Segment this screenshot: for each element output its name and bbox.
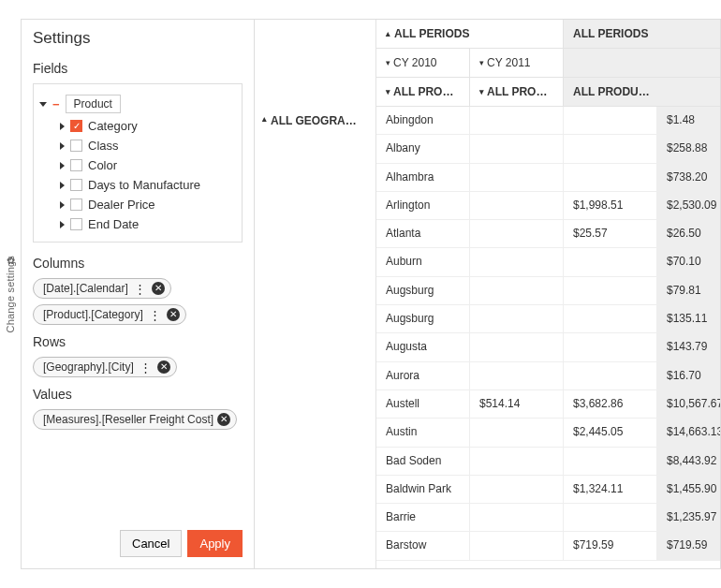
value-cell [470,192,564,219]
more-icon[interactable]: ⋮ [132,283,148,295]
value-cell [470,220,564,247]
table-row: Austell$514.14$3,682.86$10,567.67 [376,390,720,419]
tree-item[interactable]: Days to Manufacture [39,175,236,195]
value-cell [564,135,657,162]
apply-button[interactable]: Apply [187,530,243,557]
settings-panel: Settings Fields − Product ✓CategoryClass… [21,19,255,569]
table-row: Augusta$143.79 [376,333,720,361]
change-settings-rail[interactable]: ✿ Change settings [0,19,21,569]
field-pill[interactable]: [Date].[Calendar]⋮✕ [33,278,171,299]
caret-right-icon [60,123,65,130]
tree-item[interactable]: Class [39,136,236,155]
tree-root-product[interactable]: − Product [39,92,236,116]
table-row: Bad Soden$8,443.92 [376,448,720,476]
pivot-grid: ▴ALL PERIODS ALL PERIODS ▾CY 2010 ▾CY 20… [255,19,721,569]
total-cell: $70.10 [657,248,720,275]
cancel-button[interactable]: Cancel [120,530,182,557]
table-row: Baldwin Park$1,324.11$1,455.90 [376,476,720,504]
value-cell [470,333,564,360]
city-cell[interactable]: Bad Soden [376,448,470,475]
caret-right-icon [60,162,65,169]
chevron-down-icon: ▾ [479,58,484,67]
table-row: Alhambra$738.20 [376,164,720,192]
rows-label: Rows [33,334,243,349]
checkbox[interactable] [70,218,82,230]
remove-icon[interactable]: ✕ [157,360,170,374]
city-cell[interactable]: Augsburg [376,277,470,304]
more-icon[interactable]: ⋮ [147,309,163,321]
more-icon[interactable]: ⋮ [138,361,154,374]
value-cell [564,277,657,304]
row-all-geography[interactable]: ▴ ALL GEOGRA… [255,107,376,568]
city-cell[interactable]: Austell [376,390,470,418]
caret-right-icon [60,221,65,228]
fields-label: Fields [33,61,243,76]
field-pill[interactable]: [Measures].[Reseller Freight Cost]✕ [33,409,237,430]
city-cell[interactable]: Barrie [376,504,470,531]
city-cell[interactable]: Augsburg [376,305,470,332]
caret-right-icon [60,142,65,150]
value-cell [564,107,657,134]
table-row: Auburn$70.10 [376,248,720,276]
value-cell [564,248,657,275]
tree-item[interactable]: Dealer Price [39,195,236,214]
app-root: ✿ Change settings Settings Fields − Prod… [0,0,721,588]
city-cell[interactable]: Arlington [376,192,470,219]
field-pill[interactable]: [Geography].[City]⋮✕ [33,357,177,377]
checkbox[interactable] [70,179,82,191]
value-cell [470,362,564,390]
checkbox[interactable]: ✓ [70,120,82,132]
col-total-periods[interactable]: ALL PERIODS [564,20,720,48]
city-cell[interactable]: Alhambra [376,164,470,191]
value-cell [470,248,564,275]
col-total-products[interactable]: ALL PRODU… [564,78,720,106]
chevron-down-icon: ▾ [386,87,390,96]
total-cell: $738.20 [657,164,720,191]
city-cell[interactable]: Baldwin Park [376,476,470,503]
table-row: Austin$2,445.05$14,663.13 [376,419,720,447]
pill-label: [Date].[Calendar] [43,282,128,295]
col-allpro-2[interactable]: ▾ALL PRO… [470,78,564,106]
col-cy2011[interactable]: ▾CY 2011 [470,49,564,77]
value-cell: $1,998.51 [564,192,657,219]
tree-item[interactable]: ✓Category [39,116,236,136]
city-cell[interactable]: Aurora [376,362,470,390]
checkbox[interactable] [70,140,82,152]
value-cell [564,362,657,390]
checkbox[interactable] [70,198,82,211]
checkbox[interactable] [70,159,82,171]
col-cy2010[interactable]: ▾CY 2010 [376,49,470,77]
value-cell [564,333,657,360]
tree-item[interactable]: End Date [39,214,236,234]
city-cell[interactable]: Atlanta [376,220,470,247]
value-cell: $2,445.05 [564,419,657,446]
remove-icon[interactable]: ✕ [167,308,180,321]
value-cell [564,504,657,531]
city-cell[interactable]: Barstow [376,532,470,559]
value-cell [470,532,564,559]
settings-title: Settings [33,29,243,48]
remove-icon[interactable]: ✕ [217,413,230,426]
value-cell: $514.14 [470,390,564,418]
table-row: Barstow$719.59$719.59 [376,532,720,560]
value-cell [470,305,564,332]
city-cell[interactable]: Albany [376,135,470,162]
table-row: Aurora$16.70 [376,362,720,390]
field-pill[interactable]: [Product].[Category]⋮✕ [33,304,186,325]
caret-right-icon [60,201,65,209]
col-all-periods[interactable]: ▴ALL PERIODS [376,20,563,48]
city-cell[interactable]: Abingdon [376,107,470,134]
city-cell[interactable]: Augusta [376,333,470,360]
remove-icon[interactable]: ✕ [152,282,165,295]
table-row: Arlington$1,998.51$2,530.09 [376,192,720,220]
city-cell[interactable]: Austin [376,419,470,446]
fields-tree: − Product ✓CategoryClassColorDays to Man… [33,83,243,243]
col-allpro-1[interactable]: ▾ALL PRO… [376,78,470,106]
tree-item-label: Days to Manufacture [88,178,200,192]
tree-item[interactable]: Color [39,155,236,175]
minus-icon: − [52,98,60,110]
value-cell [470,277,564,304]
city-cell[interactable]: Auburn [376,248,470,275]
total-cell: $10,567.67 [657,390,720,418]
total-cell: $8,443.92 [657,448,720,475]
